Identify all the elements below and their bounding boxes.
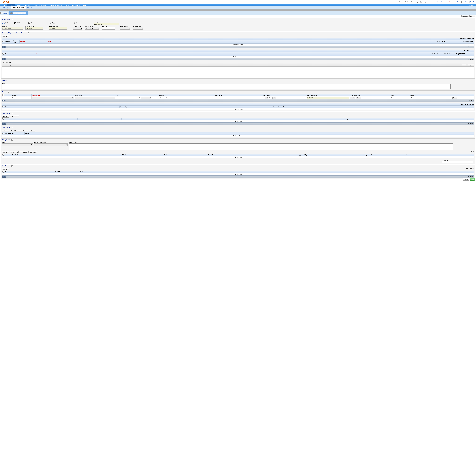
nav-sample-mgmt[interactable]: Sample Management (32, 4, 48, 6)
collapse-icon[interactable]: − (11, 139, 13, 141)
collapse-icon[interactable]: − (12, 113, 13, 114)
date-taken-input[interactable] (215, 97, 261, 99)
refphys-actions-button[interactable]: Actions ▾ (2, 35, 9, 37)
snippet-button[interactable]: Snippet (468, 64, 474, 66)
remove-icon[interactable]: − (4, 176, 6, 177)
clear-format-icon[interactable]: Tx (13, 64, 14, 66)
remove-icon[interactable]: − (4, 58, 6, 60)
notes-header[interactable]: Notes− (1, 79, 475, 82)
tests2-header[interactable]: Tests Selected− (1, 126, 475, 129)
samples-header[interactable]: Samples− (1, 91, 475, 93)
tab-patients[interactable]: Patients (0, 12, 8, 14)
print-button[interactable]: Print ▾ (469, 15, 475, 17)
billing-header[interactable]: Billing Details− (1, 139, 475, 141)
ordered-date-input[interactable] (25, 27, 43, 30)
actions-button[interactable]: Actions ▾ (461, 15, 469, 17)
add-icon[interactable]: + (2, 176, 4, 177)
remove-icon[interactable]: − (4, 123, 6, 125)
tube-type-select[interactable] (75, 97, 115, 99)
nav-system[interactable]: System (82, 4, 89, 6)
select-all-checkbox[interactable] (2, 133, 4, 134)
saved-searches-button[interactable]: Saved Searches (10, 130, 22, 132)
collapse-icon[interactable]: − (28, 33, 29, 34)
nav-quality-mgmt[interactable]: Quality Management (48, 4, 64, 6)
select-all-checkbox[interactable] (2, 154, 4, 155)
notes-textarea[interactable] (2, 84, 451, 89)
main-menu-link[interactable]: Main Menu (462, 1, 469, 3)
collapse-icon[interactable]: − (12, 127, 13, 128)
sample-no-input[interactable] (158, 97, 214, 99)
notifications-link[interactable]: 1 Notifications (446, 1, 454, 3)
time-m-select[interactable]: 43 (356, 97, 361, 99)
received-date-input[interactable] (49, 27, 67, 30)
billing-actions-button[interactable]: Actions ▾ (2, 151, 9, 153)
tests2-actions-button[interactable]: Actions ▾ (2, 130, 9, 132)
nav-patients[interactable]: Patients (7, 4, 15, 6)
close-icon[interactable]: × (10, 12, 13, 14)
breadcrumb[interactable]: Dana Oneill (0, 9, 476, 11)
billing-doc-select[interactable] (34, 143, 68, 146)
billto-select[interactable]: ------- (2, 143, 33, 146)
save-button[interactable]: Save (470, 178, 475, 181)
add-icon[interactable]: + (2, 46, 4, 48)
row-checkbox[interactable] (2, 97, 11, 99)
nav-home[interactable]: Home (1, 4, 7, 6)
hold-header[interactable]: Hold Reasons− (1, 165, 475, 167)
referral-no-input[interactable] (2, 27, 23, 30)
collapse-icon[interactable]: − (12, 19, 13, 20)
release-all-button[interactable]: Release All (19, 151, 28, 153)
view-billing-button[interactable]: View Billing (28, 151, 37, 153)
disease-team-select[interactable] (133, 27, 143, 30)
select-all-checkbox[interactable] (2, 106, 4, 107)
other-reasons-editor[interactable] (2, 67, 474, 78)
default-link[interactable]: Default ▾ (456, 1, 461, 3)
sample-type-select[interactable] (32, 97, 74, 99)
billing-details-textarea[interactable] (69, 143, 453, 150)
add-icon[interactable]: + (2, 123, 4, 125)
nav-clinical[interactable]: Clinical (15, 4, 23, 6)
patient-details-header[interactable]: Patient Details− (1, 18, 475, 21)
v2-link[interactable]: v2 (435, 1, 437, 3)
add-icon[interactable]: + (2, 100, 4, 102)
hrs-select[interactable] (265, 97, 268, 99)
select-all-checkbox[interactable] (2, 118, 4, 120)
nav-laboratory[interactable]: Laboratory (23, 4, 32, 6)
superscript-icon[interactable]: X2 (10, 64, 12, 66)
approve-all-button[interactable]: Approve All (10, 151, 18, 153)
seq-input[interactable] (12, 97, 31, 99)
collapse-icon[interactable]: − (11, 166, 13, 167)
ref-phys-header[interactable]: Referring Physicians/Referral Reasons− (1, 32, 475, 34)
vol-input[interactable] (116, 97, 139, 99)
refresh-button[interactable]: Refresh (29, 130, 35, 132)
vol-unit-select[interactable] (141, 97, 151, 99)
subnav-search-add[interactable]: Patients Search/Add (11, 6, 26, 9)
tab-new-lab-referral[interactable]: ×New Lab Referral (9, 11, 28, 15)
subscript-icon[interactable]: X2 (8, 64, 9, 66)
tests1-header[interactable]: Tests Selected− (1, 112, 475, 114)
bold-icon[interactable]: B (2, 64, 3, 66)
subnav-consent[interactable]: Consent (26, 6, 34, 9)
select-all-checkbox[interactable] (2, 171, 4, 172)
view-button[interactable]: View (452, 97, 457, 99)
collapse-icon[interactable]: − (6, 80, 7, 81)
time-h-select[interactable]: 10 (350, 97, 355, 99)
add-icon[interactable]: + (2, 58, 4, 60)
cancel-button[interactable]: Cancel (463, 178, 469, 181)
sign-out-link[interactable]: Sign Out (470, 1, 475, 3)
print-queue-link[interactable]: Print Queue (438, 1, 445, 3)
select-all-checkbox[interactable] (2, 94, 4, 96)
referral-type-select[interactable] (72, 27, 83, 30)
final-cost-input[interactable] (442, 161, 473, 163)
remove-icon[interactable]: − (4, 46, 6, 48)
remove-icon[interactable]: − (4, 100, 6, 102)
nav-billing[interactable]: Billing (64, 4, 70, 6)
mins-select[interactable] (272, 97, 276, 99)
select-all-checkbox[interactable] (2, 41, 4, 42)
collapse-icon[interactable]: − (8, 91, 9, 93)
triage-tests-button[interactable]: Triage Tests (10, 115, 19, 117)
last-name-value[interactable]: Oneill (2, 23, 13, 25)
hold-actions-button[interactable]: Actions ▾ (2, 168, 9, 170)
tests2-print-button[interactable]: Print ▾ (22, 130, 28, 132)
clean-button[interactable]: Clean (462, 64, 467, 66)
select-all-checkbox[interactable] (2, 53, 4, 54)
